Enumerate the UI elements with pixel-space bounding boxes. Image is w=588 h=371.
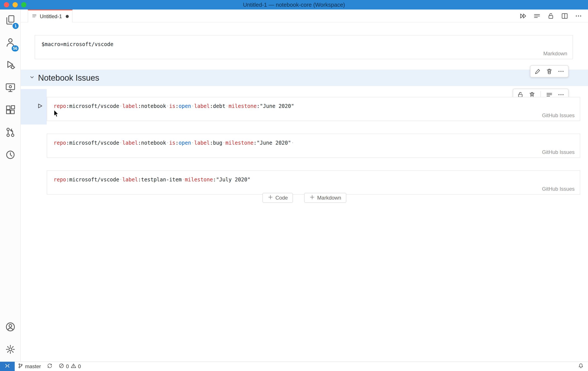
delete-cell-button[interactable] — [546, 68, 553, 74]
editor-actions — [520, 10, 582, 22]
warning-icon — [71, 363, 76, 370]
error-count: 0 — [66, 363, 69, 370]
maximize-window-button[interactable] — [21, 2, 26, 7]
clock-icon — [5, 150, 16, 162]
add-code-cell-button[interactable]: Code — [262, 193, 293, 203]
tab-bar: Untitled-1 — [21, 10, 588, 22]
account-icon — [5, 322, 16, 334]
add-markdown-label: Markdown — [317, 195, 341, 201]
git-pull-request-icon — [5, 127, 16, 139]
query-code-line[interactable]: repo:microsoft/vscode·label:notebook·is:… — [47, 134, 580, 146]
minimize-window-button[interactable] — [12, 2, 18, 7]
notebook-file-icon — [32, 13, 37, 20]
code-token: open — [178, 103, 191, 109]
macro-code-line[interactable]: $macro=microsoft/vscode — [35, 35, 572, 48]
code-token: milestone — [229, 103, 257, 109]
sidebar-item-extensions[interactable] — [0, 99, 21, 122]
sidebar-item-run-debug[interactable] — [0, 54, 21, 77]
sync-status-item[interactable] — [44, 362, 56, 371]
problems-status-item[interactable]: 0 0 — [56, 362, 84, 371]
vscode-window: Untitled-1 — notebook-core (Workspace) 1… — [0, 0, 588, 371]
code-token: repo — [54, 103, 66, 109]
code-token: repo — [54, 140, 66, 146]
macro-cell[interactable]: $macro=microsoft/vscode Markdown — [35, 35, 573, 59]
git-branch-icon — [18, 363, 23, 370]
code-token: milestone — [225, 140, 253, 146]
bell-icon — [578, 363, 584, 370]
remote-explorer-icon — [5, 82, 16, 94]
code-token: :bug — [210, 140, 222, 146]
notebook-cell-row: repo:microsoft/vscode·label:notebook·is:… — [47, 134, 580, 158]
code-token: · — [119, 103, 122, 109]
query-cell[interactable]: repo:microsoft/vscode·label:notebook·is:… — [47, 97, 580, 121]
add-code-label: Code — [275, 195, 288, 201]
edit-cell-button[interactable] — [534, 68, 541, 74]
add-cell-row: Code Markdown — [21, 193, 588, 203]
code-token: · — [166, 103, 169, 109]
editor-area: Untitled-1 — [21, 10, 588, 361]
code-token: is — [169, 103, 176, 109]
sidebar-item-pull-requests[interactable] — [0, 122, 21, 144]
branch-status-item[interactable]: master — [15, 362, 44, 371]
code-token: :microsoft/vscode — [66, 103, 119, 109]
lock-button[interactable] — [547, 12, 554, 20]
code-token: :debt — [210, 103, 225, 109]
tab-untitled-1[interactable]: Untitled-1 — [28, 10, 73, 22]
chevron-down-icon[interactable] — [21, 74, 35, 82]
code-token: label — [194, 140, 210, 146]
cell-language-badge[interactable]: GitHub Issues — [542, 149, 575, 155]
code-token: · — [222, 140, 225, 146]
code-token: · — [119, 177, 122, 183]
activity-bar-spacer — [0, 167, 20, 317]
cell-language-badge[interactable]: Markdown — [543, 51, 567, 57]
sidebar-item-account[interactable] — [0, 317, 21, 339]
code-token: :"June 2020" — [253, 140, 291, 146]
code-token: · — [119, 140, 122, 146]
code-token: label — [122, 103, 138, 109]
run-all-button[interactable] — [520, 12, 527, 20]
error-icon — [59, 363, 64, 370]
sync-icon — [47, 363, 52, 370]
split-editor-button[interactable] — [561, 12, 568, 20]
query-code-line[interactable]: repo:microsoft/vscode·label:notebook·is:… — [47, 97, 580, 109]
sidebar-item-timeline[interactable] — [0, 144, 21, 167]
query-cell[interactable]: repo:microsoft/vscode·label:notebook·is:… — [47, 134, 580, 158]
cell-language-badge[interactable]: GitHub Issues — [542, 112, 575, 118]
code-token: :microsoft/vscode — [66, 140, 119, 146]
remote-indicator[interactable] — [0, 362, 15, 371]
code-token: · — [291, 140, 294, 146]
more-cell-actions-button[interactable] — [558, 68, 564, 74]
plus-icon — [268, 194, 273, 201]
code-token: open — [178, 140, 191, 146]
query-cell[interactable]: repo:microsoft/vscode·label:testplan-ite… — [47, 170, 580, 195]
section-header-row[interactable]: Notebook Issues — [21, 70, 588, 86]
clear-outputs-button[interactable] — [534, 12, 540, 20]
code-token: · — [191, 140, 194, 146]
sidebar-item-remote-explorer[interactable] — [0, 77, 21, 99]
status-bar: master 0 0 — [0, 361, 588, 371]
sidebar-item-github-account[interactable]: 56 — [0, 32, 21, 54]
code-token: is — [169, 140, 176, 146]
code-token: · — [225, 103, 229, 109]
cell-language-badge[interactable]: GitHub Issues — [542, 186, 575, 192]
modified-indicator[interactable] — [66, 15, 69, 18]
close-window-button[interactable] — [4, 2, 9, 7]
branch-name: master — [25, 363, 41, 370]
code-token: repo — [54, 177, 66, 183]
notebook-canvas: $macro=microsoft/vscode Markdown Noteboo… — [21, 22, 588, 361]
query-code-line[interactable]: repo:microsoft/vscode·label:testplan-ite… — [47, 171, 580, 183]
tab-label: Untitled-1 — [40, 13, 62, 20]
add-markdown-cell-button[interactable]: Markdown — [304, 193, 346, 203]
code-token: :testplan-item — [138, 177, 182, 183]
run-cell-button[interactable] — [36, 102, 44, 110]
code-token: milestone — [185, 177, 213, 183]
more-actions-button[interactable] — [575, 12, 582, 20]
code-token: label — [122, 140, 138, 146]
traffic-lights — [4, 2, 26, 7]
code-token: :notebook — [138, 103, 166, 109]
code-token: :microsoft/vscode — [66, 177, 119, 183]
sidebar-item-explorer[interactable]: 1 — [0, 10, 21, 32]
sidebar-item-settings[interactable] — [0, 339, 21, 361]
activity-bar: 1 56 — [0, 10, 21, 361]
notifications-status-item[interactable] — [575, 362, 588, 371]
